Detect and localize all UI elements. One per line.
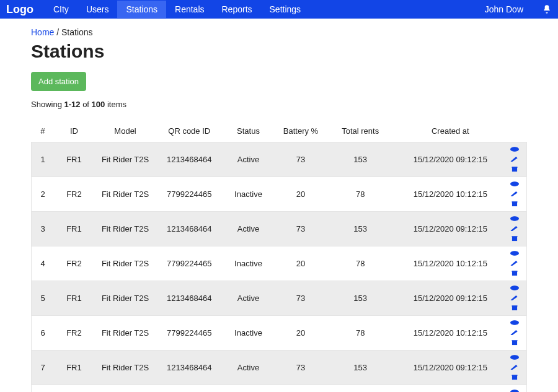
- delete-icon[interactable]: [510, 303, 519, 313]
- table-row: 5FR1Fit Rider T2S1213468464Active7315315…: [32, 281, 527, 316]
- cell-num: 3: [32, 212, 55, 246]
- svg-point-1: [513, 148, 516, 150]
- showing-summary: Showing 1-12 of 100 items: [31, 100, 527, 109]
- logo[interactable]: Logo: [6, 3, 33, 16]
- header-rents: Total rents: [327, 120, 394, 142]
- svg-point-13: [513, 217, 516, 220]
- table-row: 7FR1Fit Rider T2S1213468464Active7315315…: [32, 351, 527, 385]
- showing-prefix: Showing: [31, 100, 64, 109]
- cell-battery: 20: [275, 246, 327, 281]
- cell-actions: [507, 316, 526, 351]
- nav-item-city[interactable]: CIty: [45, 1, 78, 18]
- cell-model: Fit Rider T2S: [94, 212, 157, 246]
- cell-qr: 7799224465: [156, 177, 222, 212]
- cell-num: 2: [32, 177, 55, 212]
- breadcrumb-home[interactable]: Home: [31, 27, 54, 37]
- cell-rents: 153: [327, 351, 394, 385]
- svg-point-37: [513, 356, 516, 359]
- nav-item-users[interactable]: Users: [78, 1, 118, 18]
- cell-num: 6: [32, 316, 55, 351]
- edit-icon[interactable]: [510, 328, 519, 338]
- view-icon[interactable]: [510, 318, 519, 328]
- bell-icon[interactable]: [542, 4, 552, 14]
- cell-battery: 73: [275, 142, 327, 177]
- cell-model: Fit Rider T2S: [94, 142, 157, 177]
- svg-point-31: [513, 321, 516, 324]
- edit-icon[interactable]: [510, 224, 519, 233]
- svg-rect-2: [513, 167, 517, 171]
- edit-icon[interactable]: [510, 259, 519, 268]
- header-qr: QR code ID: [156, 120, 222, 142]
- delete-icon[interactable]: [510, 165, 519, 174]
- cell-actions: [507, 246, 526, 281]
- cell-actions: [507, 142, 526, 177]
- cell-created: 15/12/2020 09:12:15: [394, 351, 507, 385]
- cell-rents: 78: [327, 316, 394, 351]
- table-row: 2FR2Fit Rider T2S7799224465Inactive20781…: [32, 177, 527, 212]
- delete-icon[interactable]: [510, 338, 519, 347]
- cell-rents: 78: [327, 177, 394, 212]
- view-icon[interactable]: [510, 388, 519, 392]
- edit-icon[interactable]: [510, 155, 519, 164]
- delete-icon[interactable]: [510, 199, 519, 209]
- cell-actions: [507, 351, 526, 385]
- cell-actions: [507, 177, 526, 212]
- showing-mid: of: [81, 100, 92, 109]
- cell-created: 15/12/2020 10:12:15: [394, 177, 507, 212]
- view-icon[interactable]: [510, 145, 519, 154]
- cell-battery: 20: [275, 385, 327, 393]
- view-icon[interactable]: [510, 180, 519, 189]
- cell-qr: 7799224465: [156, 385, 222, 393]
- header-created: Created at: [394, 120, 507, 142]
- showing-total: 100: [92, 100, 105, 109]
- cell-id: FR1: [54, 281, 94, 316]
- view-icon[interactable]: [510, 353, 519, 362]
- view-icon[interactable]: [510, 284, 519, 293]
- cell-rents: 78: [327, 246, 394, 281]
- cell-created: 15/12/2020 10:12:15: [394, 385, 507, 393]
- cell-battery: 20: [275, 316, 327, 351]
- cell-actions: [507, 385, 526, 393]
- cell-model: Fit Rider T2S: [94, 351, 157, 385]
- add-station-button[interactable]: Add station: [31, 72, 86, 91]
- cell-status: Active: [222, 142, 275, 177]
- cell-qr: 7799224465: [156, 246, 222, 281]
- cell-model: Fit Rider T2S: [94, 177, 157, 212]
- delete-icon[interactable]: [510, 269, 519, 278]
- breadcrumb: Home / Stations: [31, 27, 527, 37]
- edit-icon[interactable]: [510, 189, 519, 199]
- cell-actions: [507, 212, 526, 246]
- cell-created: 15/12/2020 09:12:15: [394, 281, 507, 316]
- table-row: 1FR1Fit Rider T2S1213468464Active7315315…: [32, 142, 527, 177]
- nav-item-settings[interactable]: Settings: [261, 1, 310, 18]
- showing-range: 1-12: [64, 100, 80, 109]
- content: Home / Stations Stations Add station Sho…: [0, 19, 558, 392]
- svg-point-19: [513, 252, 516, 255]
- header-id: ID: [54, 120, 94, 142]
- view-icon[interactable]: [510, 214, 519, 224]
- header-battery: Battery %: [275, 120, 327, 142]
- cell-model: Fit Rider T2S: [94, 281, 157, 316]
- cell-battery: 20: [275, 177, 327, 212]
- breadcrumb-sep: /: [54, 27, 61, 37]
- current-user[interactable]: John Dow: [485, 4, 523, 14]
- stations-table: # ID Model QR code ID Status Battery % T…: [31, 120, 527, 392]
- navbar: Logo CItyUsersStationsRentalsReportsSett…: [0, 0, 558, 19]
- edit-icon[interactable]: [510, 363, 519, 372]
- cell-battery: 73: [275, 212, 327, 246]
- svg-rect-32: [513, 341, 517, 344]
- nav-item-stations[interactable]: Stations: [117, 1, 166, 18]
- delete-icon[interactable]: [510, 373, 519, 382]
- nav-item-rentals[interactable]: Rentals: [166, 1, 213, 18]
- svg-rect-14: [513, 237, 517, 240]
- cell-id: FR1: [54, 351, 94, 385]
- view-icon[interactable]: [510, 249, 519, 258]
- cell-rents: 78: [327, 385, 394, 393]
- delete-icon[interactable]: [510, 234, 519, 243]
- table-row: 4FR2Fit Rider T2S7799224465Inactive20781…: [32, 246, 527, 281]
- edit-icon[interactable]: [510, 294, 519, 303]
- nav-item-reports[interactable]: Reports: [213, 1, 261, 18]
- cell-status: Inactive: [222, 385, 275, 393]
- cell-status: Inactive: [222, 177, 275, 212]
- svg-rect-8: [513, 202, 517, 206]
